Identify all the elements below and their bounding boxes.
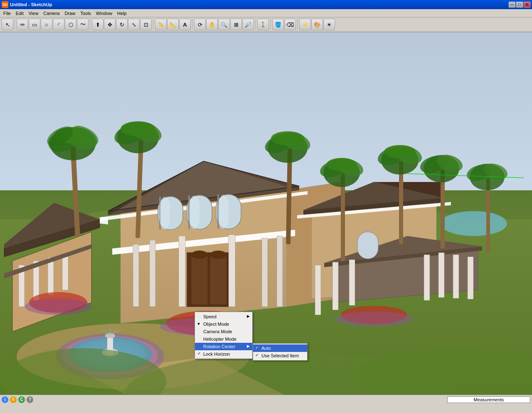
svg-point-41 (191, 251, 208, 259)
menu-edit[interactable]: Edit (13, 10, 26, 17)
svg-rect-60 (332, 262, 338, 310)
context-camera-mode[interactable]: Camera Mode (195, 328, 252, 335)
rectangle-tool[interactable]: ▭ (29, 19, 40, 30)
svg-rect-61 (349, 260, 355, 305)
svg-rect-46 (150, 240, 155, 307)
rotate-tool[interactable]: ↻ (116, 19, 128, 30)
svg-rect-48 (277, 236, 283, 307)
materials-tool[interactable]: 🎨 (311, 19, 323, 30)
zoom-window-tool[interactable]: 🔎 (242, 19, 254, 30)
svg-rect-34 (160, 197, 170, 229)
svg-rect-39 (191, 255, 208, 305)
context-menu[interactable]: Speed Object Mode Camera Mode Helicopter… (195, 312, 253, 359)
offset-tool[interactable]: ⊡ (140, 19, 152, 30)
pan-tool[interactable]: ✋ (206, 19, 218, 30)
svg-rect-63 (438, 253, 444, 297)
orbit-tool[interactable]: ⟳ (194, 19, 206, 30)
menu-file[interactable]: File (1, 10, 13, 17)
svg-point-93 (121, 121, 155, 136)
toolbar-separator-2 (90, 19, 91, 30)
svg-point-103 (384, 145, 416, 158)
svg-rect-36 (218, 195, 229, 229)
menu-help[interactable]: Help (115, 10, 129, 17)
svg-rect-40 (210, 255, 227, 305)
eraser-tool[interactable]: ⌫ (284, 19, 296, 30)
tape-tool[interactable]: 📏 (155, 19, 167, 30)
toolbar-separator-7 (297, 19, 298, 30)
minimize-button[interactable]: — (509, 2, 515, 7)
select-tool[interactable]: ↖ (2, 19, 13, 30)
context-helicopter-mode[interactable]: Helicopter Mode (195, 335, 252, 343)
maximize-button[interactable]: □ (516, 2, 523, 7)
toolbar-separator-1 (15, 19, 15, 30)
arc-tool[interactable]: ◜ (53, 19, 64, 30)
help-icon[interactable]: ? (27, 396, 33, 403)
context-speed[interactable]: Speed (195, 313, 252, 320)
context-lock-horizon[interactable]: Lock Horizon (195, 350, 252, 358)
paint-tool[interactable]: 🪣 (272, 19, 284, 30)
menu-draw[interactable]: Draw (62, 10, 78, 17)
status-icons: i © C ? (2, 396, 33, 403)
info-icon[interactable]: i (2, 396, 8, 403)
components-tool[interactable]: ⚡ (299, 19, 311, 30)
menu-view[interactable]: View (26, 10, 41, 17)
freehand-tool[interactable]: 〜 (77, 19, 89, 30)
menubar: File Edit View Camera Draw Tools Window … (0, 9, 532, 17)
toolbar-separator-6 (270, 19, 271, 30)
walk-tool[interactable]: 🚶 (257, 19, 269, 30)
zoom-extents-tool[interactable]: ⊠ (230, 19, 242, 30)
scale-tool[interactable]: ⤡ (128, 19, 140, 30)
circle-tool[interactable]: ○ (41, 19, 52, 30)
push-pull-tool[interactable]: ⬆ (92, 19, 103, 30)
move-tool[interactable]: ✥ (104, 19, 116, 30)
protractor-tool[interactable]: 📐 (167, 19, 179, 30)
titlebar: SU Untitled - SketchUp — □ ✕ (0, 0, 532, 9)
context-rotation-center[interactable]: Rotation Center (195, 343, 252, 350)
shadows-tool[interactable]: ☀ (323, 19, 335, 30)
svg-rect-11 (48, 258, 54, 295)
statusbar: i © C ? Measurements (0, 395, 532, 404)
svg-point-42 (210, 251, 227, 259)
svg-rect-35 (189, 196, 200, 229)
context-object-mode[interactable]: Object Mode (195, 320, 252, 328)
window-title: Untitled - SketchUp (10, 2, 52, 7)
toolbar-separator-5 (255, 19, 256, 30)
svg-rect-59 (315, 265, 321, 315)
menu-camera[interactable]: Camera (41, 10, 62, 17)
titlebar-controls[interactable]: — □ ✕ (509, 2, 530, 7)
pencil-tool[interactable]: ✏ (17, 19, 28, 30)
submenu-auto[interactable]: Auto (253, 344, 307, 352)
rotation-center-submenu[interactable]: Auto Use Selected Item (253, 343, 308, 361)
svg-rect-65 (468, 257, 473, 299)
close-button[interactable]: ✕ (524, 2, 530, 7)
toolbar-separator-3 (153, 19, 154, 30)
svg-rect-44 (229, 235, 235, 307)
svg-point-15 (25, 298, 91, 315)
svg-rect-45 (133, 244, 139, 307)
svg-point-98 (271, 131, 304, 145)
app-icon: SU (2, 1, 8, 8)
menu-tools[interactable]: Tools (78, 10, 94, 17)
titlebar-left: SU Untitled - SketchUp (2, 1, 52, 8)
svg-marker-27 (100, 217, 108, 224)
toolbar-separator-4 (192, 19, 193, 30)
svg-rect-47 (262, 238, 268, 307)
polygon-tool[interactable]: ⬡ (65, 19, 76, 30)
submenu-use-selected[interactable]: Use Selected Item (253, 352, 307, 359)
svg-rect-64 (453, 255, 459, 298)
credit-icon[interactable]: C (18, 396, 25, 403)
svg-rect-62 (424, 255, 430, 300)
menu-window[interactable]: Window (94, 10, 115, 17)
measurements-label: Measurements (474, 397, 504, 402)
text-tool[interactable]: A (179, 19, 191, 30)
measurements-box: Measurements (447, 396, 530, 403)
zoom-tool[interactable]: 🔍 (218, 19, 230, 30)
toolbar: ↖ ✏ ▭ ○ ◜ ⬡ 〜 ⬆ ✥ ↻ ⤡ ⊡ 📏 📐 A ⟳ ✋ 🔍 ⊠ 🔎 … (0, 17, 532, 32)
svg-point-69 (441, 211, 507, 236)
svg-rect-43 (179, 236, 185, 307)
viewport[interactable]: Speed Object Mode Camera Mode Helicopter… (0, 32, 532, 404)
warning-icon[interactable]: © (10, 396, 17, 403)
svg-point-68 (335, 312, 414, 327)
svg-point-112 (326, 158, 357, 171)
svg-rect-66 (357, 232, 378, 259)
